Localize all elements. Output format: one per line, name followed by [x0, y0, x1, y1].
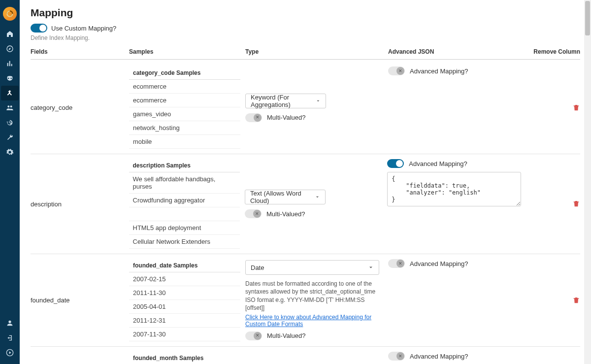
nav-home[interactable]	[1, 27, 19, 41]
nav-wrench[interactable]	[1, 130, 19, 145]
app-logo	[3, 7, 17, 21]
advanced-mapping-toggle[interactable]	[388, 352, 405, 361]
sample-item: 2007-02-15	[129, 272, 240, 286]
nav-chart[interactable]	[1, 56, 19, 71]
sample-item: Cellular Network Extenders	[129, 235, 240, 249]
sample-item: 2007-11-30	[129, 328, 240, 341]
samples-header: founded_date Samples	[129, 259, 240, 272]
sample-item: 2011-11-30	[129, 286, 240, 300]
samples-header: founded_month Samples	[129, 352, 240, 364]
multi-valued-toggle[interactable]	[245, 113, 262, 122]
header-fields: Fields	[31, 48, 129, 55]
samples-header: category_code Samples	[129, 66, 240, 80]
advanced-mapping-toggle[interactable]	[388, 259, 405, 268]
field-row-category_code: category_codecategory_code Samplesecomme…	[31, 62, 580, 154]
advanced-json-textarea[interactable]	[387, 172, 521, 206]
header-type: Type	[245, 48, 388, 55]
main-content: Mapping Use Custom Mapping? Define Index…	[20, 0, 591, 364]
sample-item: Crowdfunding aggregator	[129, 194, 240, 207]
samples-header: description Samples	[129, 159, 240, 172]
sidebar	[0, 0, 20, 364]
field-name: founded_date	[31, 259, 129, 341]
sample-item: network_hosting	[129, 121, 240, 135]
remove-column-button[interactable]	[572, 104, 580, 112]
remove-column-button[interactable]	[572, 297, 580, 304]
field-row-founded_date: founded_datefounded_date Samples2007-02-…	[31, 254, 580, 347]
field-row-description: descriptiondescription SamplesWe sell af…	[31, 154, 580, 254]
sample-item: games_video	[129, 107, 240, 121]
nav-branch[interactable]	[1, 86, 19, 100]
sample-item: mobile	[129, 135, 240, 149]
nav-signout[interactable]	[1, 331, 19, 345]
type-select[interactable]: Date	[245, 260, 379, 275]
sample-item	[129, 207, 240, 221]
page-subtext: Define Index Mapping.	[31, 34, 580, 41]
sample-item: 2011-12-31	[129, 314, 240, 328]
advanced-mapping-label: Advanced Mapping?	[410, 67, 468, 75]
sample-item: HTML5 app deployment	[129, 221, 240, 235]
use-custom-mapping-toggle[interactable]	[31, 24, 47, 33]
advanced-mapping-label: Advanced Mapping?	[410, 353, 468, 360]
use-custom-mapping-label: Use Custom Mapping?	[51, 25, 116, 32]
nav-gear[interactable]	[1, 145, 19, 160]
header-advanced: Advanced JSON	[388, 48, 526, 55]
remove-column-button[interactable]	[572, 200, 580, 208]
field-row-founded_month: founded_monthfounded_month Samples2041In…	[31, 347, 580, 364]
header-samples: Samples	[129, 48, 245, 55]
sample-item: 2005-04-01	[129, 300, 240, 314]
nav-history[interactable]	[1, 115, 19, 130]
vertical-scrollbar[interactable]	[584, 0, 591, 364]
multi-valued-toggle[interactable]	[245, 209, 262, 218]
sample-item: ecommerce	[129, 94, 240, 107]
multi-valued-label: Multi-Valued?	[267, 114, 306, 121]
date-format-hint: Dates must be formatted according to one…	[245, 280, 379, 312]
multi-valued-label: Multi-Valued?	[267, 332, 306, 339]
nav-users[interactable]	[1, 100, 19, 115]
multi-valued-label: Multi-Valued?	[266, 210, 305, 218]
sample-item: We sell affordable handbags, purses	[129, 172, 240, 194]
table-header: Fields Samples Type Advanced JSON Remove…	[31, 48, 580, 60]
nav-user[interactable]	[1, 316, 19, 331]
nav-mask[interactable]	[1, 71, 19, 86]
advanced-mapping-toggle[interactable]	[387, 159, 404, 168]
header-remove: Remove Column	[526, 48, 580, 55]
type-select[interactable]: Keyword (For Aggregations)	[245, 94, 326, 108]
date-format-link[interactable]: Click Here to know about Advanced Mappin…	[245, 314, 379, 328]
advanced-mapping-label: Advanced Mapping?	[410, 260, 468, 267]
page-title: Mapping	[31, 7, 580, 19]
advanced-mapping-label: Advanced Mapping?	[409, 160, 467, 167]
nav-compass[interactable]	[1, 41, 19, 56]
sample-item: ecommerce	[129, 80, 240, 94]
field-name: description	[31, 159, 129, 249]
field-name: founded_month	[31, 352, 129, 364]
multi-valued-toggle[interactable]	[245, 331, 262, 340]
field-name: category_code	[31, 66, 129, 149]
nav-play[interactable]	[1, 345, 19, 360]
type-select[interactable]: Text (Allows Word Cloud)	[245, 190, 326, 204]
advanced-mapping-toggle[interactable]	[388, 66, 405, 75]
